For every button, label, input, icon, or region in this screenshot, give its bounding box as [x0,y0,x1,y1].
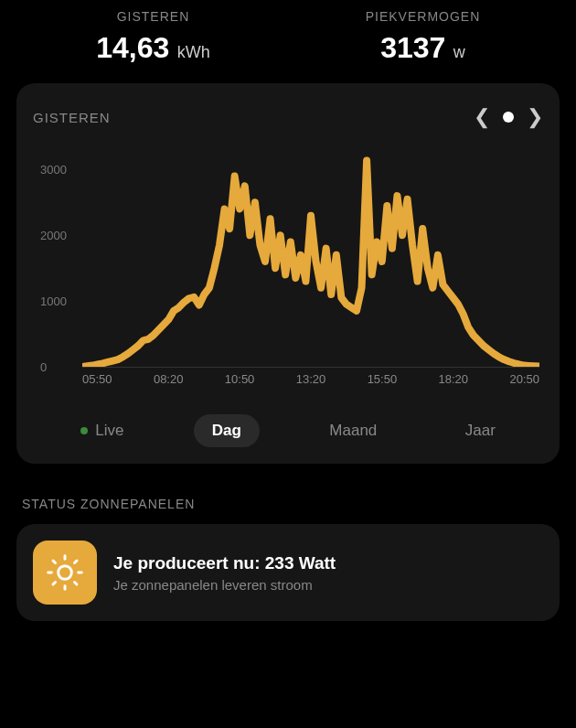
stat-value: 3137 [380,31,445,64]
chart-baseline [82,367,539,368]
tab-month[interactable]: Maand [311,414,395,447]
top-stats: GISTEREN 14,63 kWh PIEKVERMOGEN 3137 w [0,0,576,83]
stat-unit: kWh [177,43,210,61]
y-tick: 2000 [40,229,67,242]
stat-peak-power: PIEKVERMOGEN 3137 w [288,9,558,65]
tab-year[interactable]: Jaar [447,414,514,447]
stat-label: PIEKVERMOGEN [288,9,558,24]
stat-value: 14,63 [96,31,169,64]
tab-live[interactable]: Live [62,414,142,447]
y-tick: 1000 [40,294,67,308]
chart-plot[interactable] [82,156,539,367]
x-tick: 20:50 [509,372,539,394]
stat-value-row: 14,63 kWh [18,31,288,65]
svg-line-8 [74,561,77,563]
x-tick: 10:50 [225,372,255,394]
x-tick: 15:50 [368,372,398,394]
page-indicator-dot [503,112,514,123]
chart-pager: ❮ ❯ [474,105,543,129]
stat-yesterday: GISTEREN 14,63 kWh [18,9,288,65]
svg-line-4 [74,582,77,584]
tab-label: Dag [212,422,241,440]
x-tick: 05:50 [82,372,112,394]
tab-day[interactable]: Dag [194,414,260,447]
chart-card: GISTEREN ❮ ❯ 0100020003000 05:5008:2010:… [16,83,560,464]
chart-header: GISTEREN ❮ ❯ [33,105,543,129]
range-tabs: Live Dag Maand Jaar [33,414,543,447]
svg-line-7 [53,582,56,584]
y-axis-ticks: 0100020003000 [40,156,77,367]
status-title: Je produceert nu: 233 Watt [113,553,336,573]
x-axis-ticks: 05:5008:2010:5013:2015:5018:2020:50 [82,372,539,394]
tab-label: Live [95,422,123,440]
svg-line-3 [53,561,56,563]
y-tick: 3000 [40,163,67,177]
stat-unit: w [453,43,465,61]
chevron-left-icon[interactable]: ❮ [474,105,490,129]
status-section-label: STATUS ZONNEPANELEN [22,497,554,511]
chart-line [82,156,539,367]
chevron-right-icon[interactable]: ❯ [527,105,543,129]
x-tick: 18:20 [439,372,469,394]
status-subtitle: Je zonnepanelen leveren stroom [113,577,336,593]
stat-value-row: 3137 w [288,31,558,65]
tab-label: Maand [329,422,377,440]
status-card[interactable]: Je produceert nu: 233 Watt Je zonnepanel… [16,524,560,621]
sun-icon [33,541,97,605]
svg-point-0 [59,566,72,580]
y-tick: 0 [40,360,47,374]
live-indicator-icon [80,427,88,434]
x-tick: 08:20 [154,372,184,394]
chart-title: GISTEREN [33,110,111,125]
status-text: Je produceert nu: 233 Watt Je zonnepanel… [113,553,336,593]
tab-label: Jaar [465,422,496,440]
chart-area: 0100020003000 05:5008:2010:5013:2015:501… [40,156,543,394]
stat-label: GISTEREN [18,9,288,24]
x-tick: 13:20 [296,372,326,394]
